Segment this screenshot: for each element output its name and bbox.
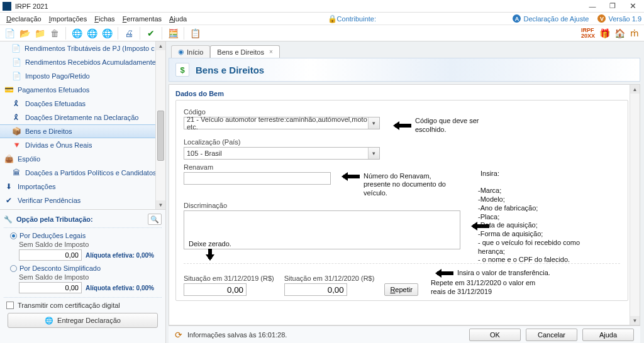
repetir-button[interactable]: Repetir bbox=[384, 283, 418, 296]
codigo-value: 21 - Veículo automotor terrestre:caminhã… bbox=[187, 116, 377, 131]
magnifier-button[interactable]: 🔍 bbox=[148, 214, 162, 225]
sidebar-item-icon: 📄 bbox=[11, 43, 21, 53]
versao-label: Versão 1.9 bbox=[608, 15, 641, 23]
entregar-button[interactable]: 🌐 Entregar Declaração bbox=[8, 313, 158, 328]
check-icon[interactable]: ✔ bbox=[145, 28, 157, 39]
print-icon[interactable]: 🖨 bbox=[123, 28, 135, 39]
menu-ferramentas[interactable]: Ferramentas bbox=[119, 14, 165, 24]
scroll-down-icon[interactable]: ▼ bbox=[156, 200, 165, 209]
versao-icon: V bbox=[597, 14, 606, 23]
sidebar-item-icon: 🔻 bbox=[11, 140, 21, 150]
close-button[interactable]: ✕ bbox=[624, 1, 641, 11]
sidebar-item-1[interactable]: 📄Rendimentos Recebidos Acumuladamente bbox=[0, 55, 165, 69]
sem-saldo-1: Sem Saldo de Imposto bbox=[4, 241, 162, 248]
sidebar-item-11[interactable]: ✔Verificar Pendências bbox=[0, 193, 165, 207]
menu-ajuda[interactable]: Ajuda bbox=[165, 14, 191, 24]
transmitir-checkbox[interactable] bbox=[6, 302, 14, 309]
sidebar-item-icon: 💳 bbox=[4, 85, 14, 95]
annot-repetir: Repete em 31/12/2020 o valor em reais de… bbox=[431, 279, 538, 297]
aliq-1: Alíquota efetiva: 0,00% bbox=[86, 252, 154, 259]
transmitir-label: Transmitir com certificação digital bbox=[18, 302, 120, 309]
annot-insira-body: -Marca; -Modelo; -Ano de fabricação; -Pl… bbox=[478, 187, 580, 263]
cancel-button[interactable]: Cancelar bbox=[526, 329, 577, 341]
delete-icon[interactable]: 🗑 bbox=[49, 28, 60, 39]
maximize-button[interactable]: ❐ bbox=[604, 1, 621, 11]
sidebar-item-label: Doações Efetuadas bbox=[25, 100, 86, 107]
radio-simplificado[interactable] bbox=[10, 265, 17, 272]
sidebar-item-4[interactable]: 🎗Doações Efetuadas bbox=[0, 97, 165, 111]
sidebar-item-icon: 🎗 bbox=[11, 99, 21, 109]
globe2-icon[interactable]: 🌐 bbox=[86, 28, 97, 39]
save-icon[interactable]: 📁 bbox=[34, 28, 45, 39]
new-icon[interactable]: 📄 bbox=[4, 28, 15, 39]
scroll-thumb[interactable] bbox=[157, 111, 164, 161]
valor-deducoes-input[interactable] bbox=[19, 249, 82, 261]
sidebar-scrollbar[interactable]: ▲ ▼ bbox=[155, 41, 165, 209]
doc-icon[interactable]: 📋 bbox=[189, 28, 201, 39]
ajuste-icon: A bbox=[513, 14, 521, 23]
decl-ajuste-label: Declaração de Ajuste bbox=[523, 15, 589, 23]
app-title: IRPF 2021 bbox=[15, 3, 584, 10]
form-scroll-down-icon[interactable]: ▼ bbox=[630, 316, 640, 325]
minimize-button[interactable]: — bbox=[584, 1, 601, 11]
ok-button[interactable]: OK bbox=[469, 329, 521, 341]
sidebar-item-8[interactable]: 👜Espólio bbox=[0, 152, 165, 166]
menu-fichas[interactable]: Fichas bbox=[91, 14, 118, 24]
tab-inicio[interactable]: ◉ Início bbox=[171, 45, 210, 58]
sidebar-item-label: Bens e Direitos bbox=[25, 128, 72, 135]
pais-combo[interactable]: 105 - Brasil ▾ bbox=[184, 147, 380, 160]
sidebar-item-icon: 📄 bbox=[11, 57, 21, 67]
sidebar-item-icon: ✔ bbox=[4, 195, 14, 205]
gift-icon[interactable]: 🎁 bbox=[599, 28, 610, 39]
situ2-input[interactable] bbox=[284, 283, 347, 296]
pais-value: 105 - Brasil bbox=[187, 150, 222, 157]
globe1-icon[interactable]: 🌐 bbox=[71, 28, 82, 39]
radio-deducoes[interactable] bbox=[10, 232, 17, 239]
annot-zerado: Deixe zerado. bbox=[189, 240, 231, 249]
sidebar-item-0[interactable]: 📄Rendimentos Tributáveis de PJ (Imposto … bbox=[0, 41, 165, 55]
codigo-label: Código bbox=[184, 108, 620, 116]
renavam-input[interactable] bbox=[184, 172, 331, 185]
menubar: Declaração Importações Fichas Ferramenta… bbox=[0, 13, 644, 25]
main-area: ◉ Início Bens e Direitos × $ Bens e Dire… bbox=[166, 41, 644, 343]
menu-declaracao[interactable]: Declaração bbox=[3, 14, 45, 24]
opt-title: Opção pela Tributação: bbox=[16, 215, 93, 223]
lock-icon: 🔒 bbox=[328, 14, 337, 23]
globe-small-icon: 🌐 bbox=[45, 317, 53, 325]
person-icon[interactable]: ṁ bbox=[629, 28, 640, 39]
valor-simpl-input[interactable] bbox=[19, 282, 82, 293]
sidebar-item-5[interactable]: 🎗Doações Diretamente na Declaração bbox=[0, 111, 165, 124]
sidebar-item-icon: 📄 bbox=[11, 71, 21, 81]
irpf-tag: IRPF20XX bbox=[581, 28, 595, 39]
help-button[interactable]: Ajuda bbox=[582, 329, 634, 341]
tab-bens[interactable]: Bens e Direitos × bbox=[210, 45, 279, 58]
sidebar-item-10[interactable]: ⬇Importações bbox=[0, 180, 165, 193]
sidebar-item-7[interactable]: 🔻Dívidas e Ônus Reais bbox=[0, 138, 165, 152]
titlebar: IRPF 2021 — ❐ ✕ bbox=[0, 0, 644, 13]
form-scroll-up-icon[interactable]: ▲ bbox=[630, 85, 640, 94]
sidebar-item-2[interactable]: 📄Imposto Pago/Retido bbox=[0, 69, 165, 83]
sidebar-item-6[interactable]: 📦Bens e Direitos bbox=[0, 124, 165, 138]
sidebar-item-3[interactable]: 💳Pagamentos Efetuados bbox=[0, 83, 165, 97]
sidebar-item-label: Rendimentos Tributáveis de PJ (Imposto c… bbox=[25, 45, 162, 52]
codigo-combo[interactable]: 21 - Veículo automotor terrestre:caminhã… bbox=[184, 117, 380, 129]
sidebar-item-icon: ⬇ bbox=[4, 182, 14, 192]
sidebar-item-label: Pagamentos Efetuados bbox=[18, 86, 89, 94]
open-icon[interactable]: 📂 bbox=[19, 28, 30, 39]
tab-close-icon[interactable]: × bbox=[269, 48, 273, 55]
annot-renavam: Número do Renavam, presente no documento… bbox=[364, 172, 452, 198]
chevron-down-icon[interactable]: ▾ bbox=[368, 117, 379, 129]
situ1-input[interactable] bbox=[184, 283, 247, 296]
menu-importacoes[interactable]: Importações bbox=[45, 14, 91, 24]
sidebar-item-9[interactable]: 🏛Doações a Partidos Políticos e Candidat… bbox=[0, 166, 165, 180]
scroll-up-icon[interactable]: ▲ bbox=[156, 41, 165, 50]
annot-codigo: Código que deve ser escolhido. bbox=[415, 117, 497, 134]
sidebar-item-label: Doações a Partidos Políticos e Candidato… bbox=[25, 169, 157, 177]
home-icon[interactable]: 🏠 bbox=[614, 28, 625, 39]
sidebar-item-label: Importações bbox=[18, 183, 56, 190]
chevron-down-icon-2[interactable]: ▾ bbox=[368, 148, 379, 159]
globe3-icon[interactable]: 🌐 bbox=[101, 28, 113, 39]
situ2-label: Situação em 31/12/2020 (R$) bbox=[284, 275, 375, 282]
form-scrollbar[interactable]: ▲ ▼ bbox=[630, 85, 640, 325]
calc-icon[interactable]: 🧮 bbox=[167, 28, 179, 39]
